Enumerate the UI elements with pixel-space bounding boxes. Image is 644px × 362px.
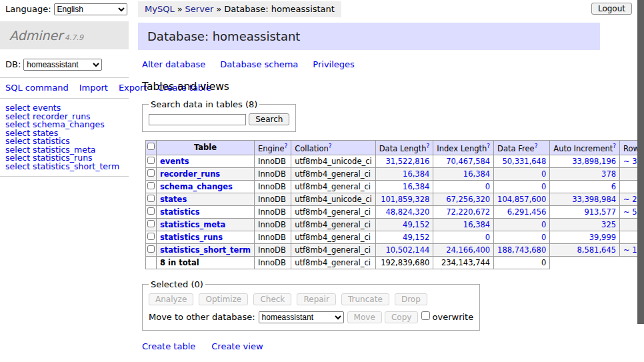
copy-button[interactable]: Copy: [385, 311, 418, 323]
data-free-link[interactable]: 104,857,600: [497, 195, 546, 204]
page-title: Database: homeassistant: [138, 23, 600, 50]
engine-cell: InnoDB: [255, 180, 291, 193]
total-collation: utf8mb4_general_ci: [291, 256, 376, 269]
check-button[interactable]: Check: [253, 293, 291, 305]
database-schema-link[interactable]: Database schema: [220, 59, 298, 69]
data-length-link[interactable]: 49,152: [403, 233, 429, 242]
truncate-button[interactable]: Truncate: [341, 293, 389, 305]
select-all-checkbox[interactable]: [147, 143, 155, 150]
table-link[interactable]: statistics_meta: [160, 220, 225, 229]
search-input[interactable]: [149, 114, 246, 125]
data-length-link[interactable]: 16,384: [403, 169, 429, 179]
data-length-link[interactable]: 10,502,144: [385, 245, 429, 255]
data-free-link[interactable]: 0: [541, 233, 546, 242]
engine-cell: InnoDB: [255, 243, 291, 256]
tables-and-views-heading: Tables and views: [142, 81, 600, 93]
table-row: statistics InnoDB utf8mb4_general_ci 48,…: [146, 205, 644, 218]
help-icon[interactable]: ?: [535, 143, 538, 149]
auto-increment-link[interactable]: 378: [601, 169, 616, 179]
auto-increment-link[interactable]: 6: [611, 182, 616, 191]
overwrite-checkbox[interactable]: [421, 311, 430, 320]
table-link[interactable]: events: [160, 157, 189, 166]
index-length-link[interactable]: 16,384: [463, 220, 490, 229]
auto-increment-link[interactable]: 325: [601, 220, 616, 229]
scrollbar-track[interactable]: [637, 0, 644, 362]
index-length-link[interactable]: 16,384: [463, 169, 490, 179]
row-checkbox[interactable]: [147, 245, 155, 253]
data-free-link[interactable]: 0: [541, 220, 546, 229]
column-header-engine: Engine?: [255, 141, 291, 155]
row-checkbox[interactable]: [147, 169, 155, 177]
breadcrumb-link-server[interactable]: Server: [185, 4, 214, 14]
auto-increment-link[interactable]: 33,898,196: [572, 157, 616, 166]
table-link[interactable]: states: [160, 195, 187, 204]
engine-cell: InnoDB: [255, 167, 291, 180]
collation-cell: utf8mb4_general_ci: [291, 243, 376, 256]
data-free-link[interactable]: 188,743,680: [497, 245, 546, 255]
main-content: MySQL»Server»Database: homeassistant Log…: [138, 0, 600, 362]
help-icon[interactable]: ?: [613, 143, 616, 149]
data-length-link[interactable]: 16,384: [403, 182, 429, 191]
language-select[interactable]: English: [54, 3, 127, 15]
scrollbar-thumb[interactable]: [637, 0, 644, 324]
row-checkbox[interactable]: [147, 182, 155, 189]
row-checkbox[interactable]: [147, 220, 155, 227]
data-free-link[interactable]: 50,331,648: [502, 157, 546, 166]
index-length-link[interactable]: 72,220,672: [446, 207, 490, 217]
index-length-link[interactable]: 0: [485, 233, 490, 242]
alter-database-link[interactable]: Alter database: [142, 59, 205, 69]
breadcrumb-current: Database: homeassistant: [224, 4, 335, 14]
auto-increment-link[interactable]: 8,581,645: [577, 245, 617, 255]
drop-button[interactable]: Drop: [395, 293, 427, 305]
table-header-row: Table Engine? Collation? Data Length? In…: [146, 141, 644, 155]
create-table-link[interactable]: Create table: [142, 341, 195, 351]
auto-increment-link[interactable]: 39,999: [589, 233, 616, 242]
table-link[interactable]: statistics_short_term: [160, 245, 251, 255]
move-database-select[interactable]: homeassistant: [259, 311, 344, 323]
row-checkbox[interactable]: [147, 195, 155, 202]
column-header-table: Table: [157, 141, 255, 155]
privileges-link[interactable]: Privileges: [313, 59, 355, 69]
table-link[interactable]: schema_changes: [160, 182, 233, 191]
data-free-link[interactable]: 6,291,456: [507, 207, 547, 217]
row-checkbox[interactable]: [147, 207, 155, 215]
optimize-button[interactable]: Optimize: [199, 293, 248, 305]
data-length-link[interactable]: 48,824,320: [385, 207, 429, 217]
sidebar-item-select-statistics-short-term[interactable]: select statistics_short_term: [5, 163, 123, 171]
db-select[interactable]: homeassistant: [23, 59, 102, 71]
logout-button[interactable]: Logout: [591, 3, 632, 15]
help-icon[interactable]: ?: [427, 143, 430, 149]
table-link[interactable]: statistics_runs: [160, 233, 223, 242]
table-link[interactable]: statistics: [160, 207, 200, 217]
data-length-link[interactable]: 49,152: [403, 220, 429, 229]
help-icon[interactable]: ?: [487, 143, 490, 149]
db-selector-row: DB:homeassistant: [0, 49, 138, 77]
data-length-link[interactable]: 31,522,816: [385, 157, 429, 166]
move-button[interactable]: Move: [347, 311, 382, 323]
row-checkbox[interactable]: [147, 233, 155, 240]
index-length-link[interactable]: 70,467,584: [446, 157, 490, 166]
help-icon[interactable]: ?: [329, 143, 332, 149]
data-length-link[interactable]: 101,859,328: [381, 195, 429, 204]
sidebar-link-sql-command[interactable]: SQL command: [5, 83, 69, 93]
sidebar-link-import[interactable]: Import: [79, 83, 108, 93]
data-free-link[interactable]: 0: [541, 182, 546, 191]
help-icon[interactable]: ?: [284, 143, 287, 149]
breadcrumb-link-mysql[interactable]: MySQL: [145, 4, 175, 14]
row-checkbox[interactable]: [147, 157, 155, 164]
move-database-row: Move to other database:homeassistantMove…: [149, 311, 473, 323]
auto-increment-link[interactable]: 33,398,984: [572, 195, 616, 204]
breadcrumb: MySQL»Server»Database: homeassistant: [138, 1, 341, 17]
analyze-button[interactable]: Analyze: [149, 293, 193, 305]
auto-increment-link[interactable]: 913,577: [584, 207, 616, 217]
create-view-link[interactable]: Create view: [211, 341, 263, 351]
table-row: events InnoDB utf8mb4_unicode_ci 31,522,…: [146, 155, 644, 167]
data-free-link[interactable]: 0: [541, 169, 546, 179]
search-button[interactable]: Search: [249, 113, 289, 125]
index-length-link[interactable]: 24,166,400: [446, 245, 490, 255]
repair-button[interactable]: Repair: [297, 293, 335, 305]
index-length-link[interactable]: 0: [485, 182, 490, 191]
index-length-link[interactable]: 67,256,320: [446, 195, 490, 204]
table-link[interactable]: recorder_runs: [160, 169, 220, 179]
collation-cell: utf8mb4_general_ci: [291, 180, 376, 193]
